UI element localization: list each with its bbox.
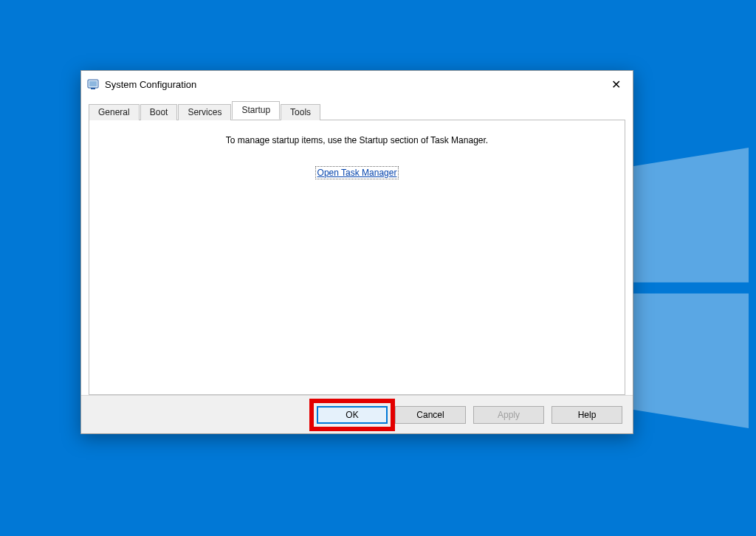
svg-rect-6 [91, 88, 95, 89]
tab-tools[interactable]: Tools [281, 104, 320, 120]
open-task-manager-link[interactable]: Open Task Manager [315, 166, 399, 179]
button-bar: OK Cancel Apply Help [81, 395, 633, 433]
close-icon: ✕ [611, 78, 621, 92]
tabstrip: General Boot Services Startup Tools [89, 102, 625, 120]
close-button[interactable]: ✕ [599, 72, 633, 96]
dialog-client-area: General Boot Services Startup Tools To m… [81, 97, 633, 395]
tab-services[interactable]: Services [178, 104, 231, 120]
tab-boot[interactable]: Boot [140, 104, 178, 120]
tab-general[interactable]: General [89, 104, 140, 120]
apply-button: Apply [473, 406, 544, 424]
help-button[interactable]: Help [551, 406, 622, 424]
system-configuration-dialog: System Configuration ✕ General Boot Serv… [80, 70, 633, 434]
svg-rect-5 [89, 81, 97, 86]
startup-message: To manage startup items, use the Startup… [98, 135, 616, 145]
cancel-button[interactable]: Cancel [395, 406, 466, 424]
msconfig-icon [87, 78, 99, 90]
ok-button[interactable]: OK [317, 406, 388, 424]
tab-panel-startup: To manage startup items, use the Startup… [89, 120, 625, 395]
titlebar[interactable]: System Configuration ✕ [81, 71, 633, 97]
tab-startup[interactable]: Startup [232, 101, 280, 120]
ok-button-highlight-wrap: OK [317, 406, 388, 424]
dialog-title: System Configuration [105, 79, 599, 90]
